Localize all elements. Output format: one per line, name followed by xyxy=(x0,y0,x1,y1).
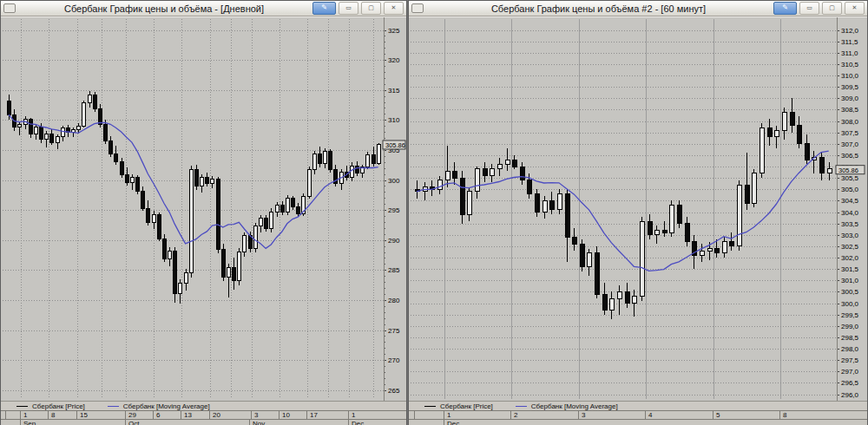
candle-body xyxy=(648,221,652,235)
axis-divider xyxy=(348,411,349,419)
candle-body xyxy=(39,128,43,140)
candle-body xyxy=(587,253,591,267)
candle-body xyxy=(827,169,832,173)
axis-divider xyxy=(444,411,444,419)
axis-divider xyxy=(209,411,210,419)
legend-label: Сбербанк [Price] xyxy=(32,402,85,410)
window-icon xyxy=(3,3,16,13)
candle-body xyxy=(445,171,450,180)
candle-body xyxy=(729,242,733,246)
y-axis-label: 302,5 xyxy=(841,243,859,251)
y-axis-label: 265 xyxy=(388,387,400,395)
date-label: 3 xyxy=(254,411,258,419)
maximize-button[interactable]: ▢ xyxy=(361,2,381,15)
axis-divider xyxy=(153,411,154,419)
y-axis-label: 300,0 xyxy=(841,300,859,308)
y-axis-label: 304,0 xyxy=(841,209,859,217)
y-axis-label: 300 xyxy=(388,177,400,185)
y-axis-label: 290 xyxy=(388,237,400,245)
candle-body xyxy=(677,206,681,224)
candle-body xyxy=(56,137,59,143)
candle-body xyxy=(93,95,96,108)
hourly-price-plot[interactable]: 312,0311,5311,0310,5310,0309,5309,0308,5… xyxy=(409,16,867,401)
date-label: 1 xyxy=(352,411,355,419)
y-axis-label: 301,5 xyxy=(841,265,859,273)
candle-body xyxy=(662,231,667,233)
axis-divider xyxy=(645,411,646,419)
daily-date-axis-weeks[interactable]: 18152961320310171 xyxy=(1,410,406,419)
axis-divider xyxy=(713,411,713,419)
candle-body xyxy=(767,128,772,137)
date-label: 4 xyxy=(648,411,652,419)
candlestick-canvas[interactable]: 312,0311,5311,0310,5310,0309,5309,0308,5… xyxy=(410,17,865,401)
candle-body xyxy=(535,194,539,212)
daily-window-titlebar[interactable]: Сбербанк График цены и объёма - [Дневной… xyxy=(1,1,406,16)
date-label: 10 xyxy=(282,411,290,419)
candle-body xyxy=(774,130,779,137)
chart-tool-button[interactable]: ✎ xyxy=(312,2,336,15)
candle-body xyxy=(323,151,326,164)
y-axis-label: 296,0 xyxy=(841,391,859,399)
candle-body xyxy=(714,249,719,253)
hourly-legend: Сбербанк [Price] Сбербанк [Moving Averag… xyxy=(409,401,867,410)
y-axis-label: 315 xyxy=(388,87,400,95)
candle-body xyxy=(227,268,230,278)
candle-body xyxy=(460,178,464,214)
legend-label: Сбербанк [Moving Average] xyxy=(123,402,210,410)
candle-body xyxy=(200,178,203,186)
minimize-button[interactable]: ▭ xyxy=(339,2,358,15)
candle-body xyxy=(372,154,375,163)
hourly-window-titlebar[interactable]: Сбербанк График цены и объёма #2 - [60 м… xyxy=(409,1,867,16)
candle-body xyxy=(437,180,442,190)
y-axis-label: 306,5 xyxy=(841,152,859,160)
y-axis-label: 270 xyxy=(388,356,400,364)
candle-body xyxy=(707,249,712,252)
y-axis-label: 308,5 xyxy=(841,106,859,114)
candle-body xyxy=(120,162,123,175)
candle-body xyxy=(108,141,112,154)
axis-divider xyxy=(20,420,21,425)
axis-divider xyxy=(48,411,49,419)
maximize-button[interactable]: ▢ xyxy=(822,2,842,15)
close-button[interactable]: ✕ xyxy=(845,2,865,15)
candle-body xyxy=(318,154,321,164)
y-axis-label: 300,5 xyxy=(841,288,859,296)
candle-body xyxy=(307,170,311,196)
candle-body xyxy=(737,185,741,246)
candle-body xyxy=(76,126,80,129)
hourly-date-axis-weeks[interactable]: 123458 xyxy=(409,410,867,419)
candle-body xyxy=(210,180,214,184)
candle-body xyxy=(103,124,107,141)
date-label: 17 xyxy=(310,411,318,419)
hourly-date-axis-months[interactable]: Dec xyxy=(409,419,867,425)
axis-divider xyxy=(181,411,181,419)
y-axis-label: 296,5 xyxy=(841,379,859,387)
candle-body xyxy=(264,218,267,228)
chart-tool-button[interactable]: ✎ xyxy=(773,2,797,15)
axis-divider xyxy=(578,411,579,419)
candle-body xyxy=(745,185,749,203)
y-axis-label: 307,0 xyxy=(841,141,859,148)
daily-price-plot[interactable]: 3253203153103053002952902852802752702653… xyxy=(1,16,406,401)
candle-body xyxy=(184,272,187,283)
date-label: Dec xyxy=(447,420,459,425)
minimize-button[interactable]: ▭ xyxy=(799,2,819,15)
candle-body xyxy=(135,178,139,192)
candle-body xyxy=(152,215,155,223)
daily-date-axis-months[interactable]: SepOctNovDec xyxy=(1,419,406,425)
candle-body xyxy=(221,250,225,278)
candle-body xyxy=(669,206,674,233)
candlestick-canvas[interactable]: 3253203153103053002952902852802752702653… xyxy=(2,17,406,401)
close-button[interactable]: ✕ xyxy=(384,2,404,15)
legend-item-price: Сбербанк [Price] xyxy=(424,402,493,410)
candle-body xyxy=(483,169,487,176)
candle-body xyxy=(291,199,294,207)
axis-divider xyxy=(779,411,780,419)
axis-divider xyxy=(279,411,279,419)
legend-label: Сбербанк [Moving Average] xyxy=(531,402,618,410)
axis-divider xyxy=(444,420,444,425)
candle-body xyxy=(609,298,614,310)
candle-body xyxy=(216,180,220,250)
candle-body xyxy=(286,199,289,212)
price-line-swatch xyxy=(16,406,28,407)
